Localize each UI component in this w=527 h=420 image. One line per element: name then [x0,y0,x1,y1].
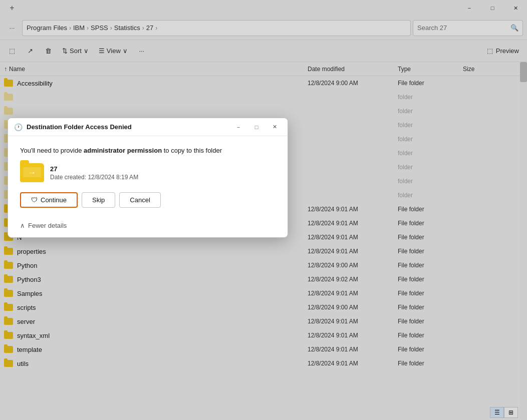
dialog-maximize-button[interactable]: □ [249,121,264,133]
dialog-folder-info: → 27 Date created: 12/8/2024 8:19 AM [20,163,276,182]
uac-shield-icon: 🛡 [31,196,38,204]
dialog-message-part2: to copy to this folder [162,147,222,154]
big-folder-icon: → [20,163,44,182]
dialog-message-part1: You'll need to provide [20,147,84,154]
dialog-title-bar: 🕐 Destination Folder Access Denied − □ ✕ [8,118,288,136]
dialog: 🕐 Destination Folder Access Denied − □ ✕… [8,118,288,238]
skip-button[interactable]: Skip [82,192,115,208]
chevron-up-icon: ∧ [20,222,25,229]
folder-info-name: 27 [50,165,138,173]
continue-button[interactable]: 🛡 Continue [20,192,78,208]
dialog-overlay: 🕐 Destination Folder Access Denied − □ ✕… [0,0,527,420]
dialog-close-button[interactable]: ✕ [268,121,282,133]
fewer-details-toggle[interactable]: ∧ Fewer details [8,218,288,237]
dialog-message-bold: administrator permission [84,147,162,154]
fewer-details-label: Fewer details [28,222,67,229]
dialog-buttons: 🛡 Continue Skip Cancel [20,192,276,208]
folder-info-text: 27 Date created: 12/8/2024 8:19 AM [50,165,138,181]
dialog-message: You'll need to provide administrator per… [20,146,276,155]
dialog-body: You'll need to provide administrator per… [8,136,288,218]
cancel-button[interactable]: Cancel [119,192,160,208]
dialog-title-icon: 🕐 [14,123,23,131]
folder-arrow-overlay: → [28,168,36,177]
dialog-minimize-button[interactable]: − [231,121,245,133]
dialog-title-text: Destination Folder Access Denied [27,123,227,131]
folder-info-date: Date created: 12/8/2024 8:19 AM [50,174,138,181]
